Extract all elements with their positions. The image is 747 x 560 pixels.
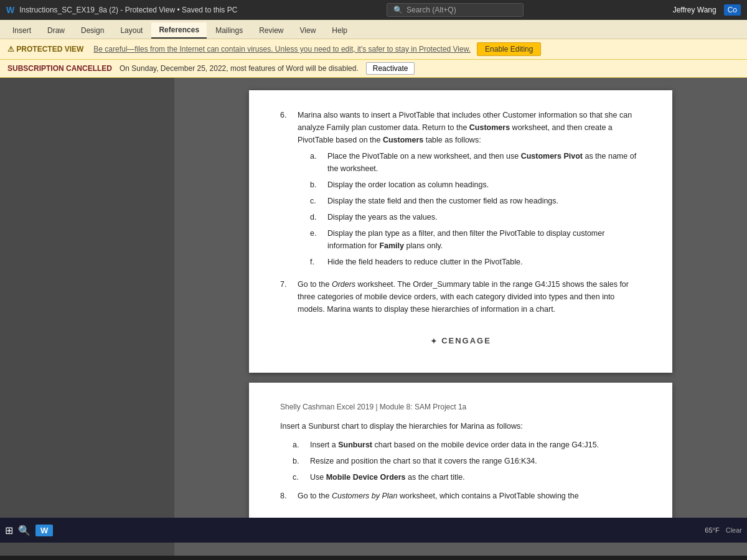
sub-item-6f-letter: f. [310,256,320,268]
item-7-content: Go to the Orders worksheet. The Order_Su… [298,278,641,315]
item-7-number: 7. [280,278,290,315]
sub-item-6c-content: Display the state field and then the cus… [327,195,641,207]
tab-view[interactable]: View [293,23,324,38]
search-taskbar-icon[interactable]: 🔍 [18,525,31,536]
taskbar: ⊞ 🔍 W 65°F Clear [0,518,747,543]
taskbar-right: 65°F Clear [705,526,742,534]
item-6-content: Marina also wants to insert a PivotTable… [298,109,641,272]
sub-item-6b-content: Display the order location as column hea… [327,179,641,191]
sidebar [0,78,174,556]
cancelled-message: On Sunday, December 25, 2022, most featu… [120,64,359,73]
temperature: 65°F [705,526,719,534]
ribbon-tabs: Insert Draw Design Layout References Mai… [0,20,747,39]
protected-view-bar: ⚠ PROTECTED VIEW Be careful—files from t… [0,39,747,60]
document-page-2: Shelly Cashman Excel 2019 | Module 8: SA… [249,383,672,526]
sub-item-7b-letter: b. [293,455,303,467]
sub-item-7a-content: Insert a Sunburst chart based on the mob… [310,439,641,451]
item-6: 6. Marina also wants to insert a PivotTa… [280,109,641,272]
page2-intro: Insert a Sunburst chart to display the h… [280,420,641,432]
content-area: 6. Marina also wants to insert a PivotTa… [0,78,747,556]
item-8-number: 8. [280,490,290,502]
sub-item-6f-content: Hide the field headers to reduce clutter… [327,256,641,268]
document-area[interactable]: 6. Marina also wants to insert a PivotTa… [174,78,747,556]
tab-help[interactable]: Help [324,23,355,38]
search-placeholder: Search (Alt+Q) [406,6,456,14]
word-taskbar-icon[interactable]: W [35,525,53,536]
tab-review[interactable]: Review [251,23,291,38]
sub-item-6e-letter: e. [310,227,320,252]
sub-item-6b-letter: b. [310,179,320,191]
sub-item-6c: c. Display the state field and then the … [310,195,641,207]
sub-item-6d-content: Display the years as the values. [327,211,641,223]
search-bar[interactable]: 🔍 Search (Alt+Q) [387,3,524,17]
word-icon: W [6,5,14,15]
tab-design[interactable]: Design [73,23,111,38]
tab-references[interactable]: References [151,22,207,39]
sub-item-6a: a. Place the PivotTable on a new workshe… [310,150,641,175]
cengage-label: CENGAGE [441,335,491,348]
co-label[interactable]: Co [724,4,741,16]
tab-layout[interactable]: Layout [113,23,150,38]
sub-item-6b: b. Display the order location as column … [310,179,641,191]
reactivate-button[interactable]: Reactivate [366,62,415,75]
sub-item-6f: f. Hide the field headers to reduce clut… [310,256,641,268]
sub-item-6c-letter: c. [310,195,320,207]
sub-item-6a-content: Place the PivotTable on a new worksheet,… [327,150,641,175]
item-8: 8. Go to the Customers by Plan worksheet… [280,490,641,502]
cengage-logo-icon: ✦ [430,334,438,348]
tab-draw[interactable]: Draw [40,23,72,38]
search-icon: 🔍 [393,6,403,14]
protected-view-label: ⚠ PROTECTED VIEW [7,45,83,54]
sub-item-6d: d. Display the years as the values. [310,211,641,223]
sub-item-7b: b. Resize and position the chart so that… [293,455,641,467]
sub-item-7b-content: Resize and position the chart so that it… [310,455,641,467]
weather-condition: Clear [726,526,742,534]
cancelled-bar: SUBSCRIPTION CANCELLED On Sunday, Decemb… [0,60,747,78]
sub-item-7a: a. Insert a Sunburst chart based on the … [293,439,641,451]
sub-item-7c-content: Use Mobile Device Orders as the chart ti… [310,471,641,483]
tab-insert[interactable]: Insert [5,23,39,38]
sub-item-7c-letter: c. [293,471,303,483]
item-6-number: 6. [280,109,290,272]
cancelled-label: SUBSCRIPTION CANCELLED [7,64,112,73]
item-7: 7. Go to the Orders worksheet. The Order… [280,278,641,315]
title-bar: W Instructions_SC_EX19_8a (2) - Protecte… [0,0,747,20]
enable-editing-button[interactable]: Enable Editing [477,42,541,56]
title-bar-left: W Instructions_SC_EX19_8a (2) - Protecte… [6,5,237,15]
document-page-1: 6. Marina also wants to insert a PivotTa… [249,90,672,373]
sub-item-6e-content: Display the plan type as a filter, and t… [327,227,641,252]
page-footer: Shelly Cashman Excel 2019 | Module 8: SA… [280,401,641,413]
ribbon: Insert Draw Design Layout References Mai… [0,20,747,39]
sub-item-7a-letter: a. [293,439,303,451]
windows-icon[interactable]: ⊞ [5,525,13,536]
sub-item-7c: c. Use Mobile Device Orders as the chart… [293,471,641,483]
title-bar-right: Jeffrey Wang Co [673,4,741,16]
sub-item-6a-letter: a. [310,150,320,175]
sub-item-6e: e. Display the plan type as a filter, an… [310,227,641,252]
tab-mailings[interactable]: Mailings [208,23,250,38]
cengage-footer: ✦ CENGAGE [280,322,641,354]
sub-item-6d-letter: d. [310,211,320,223]
document-title: Instructions_SC_EX19_8a (2) - Protected … [19,6,237,14]
protected-view-message: Be careful—files from the Internet can c… [93,45,471,54]
user-name: Jeffrey Wang [673,6,716,14]
item-8-content: Go to the Customers by Plan worksheet, w… [298,490,641,502]
